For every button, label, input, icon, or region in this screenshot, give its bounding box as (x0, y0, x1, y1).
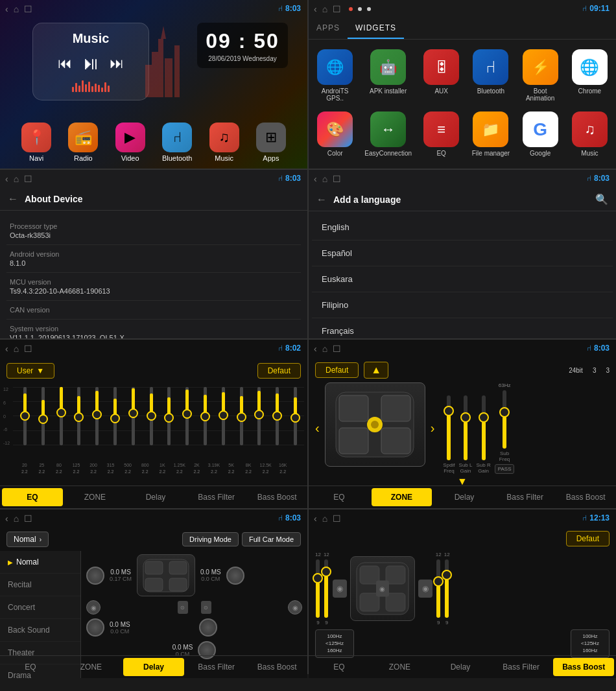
eq-thumb-8[interactable] (147, 411, 156, 421)
nav-bluetooth[interactable]: ⑁ Bluetooth (162, 123, 192, 162)
panel4-home[interactable]: ⌂ (322, 174, 327, 184)
panel6-back[interactable]: ‹ (314, 344, 317, 354)
panel5-home[interactable]: ⌂ (14, 344, 19, 354)
eq-thumb-6[interactable] (110, 414, 120, 423)
panel1-square[interactable]: ☐ (24, 4, 32, 14)
panel3-back[interactable]: ‹ (5, 174, 8, 184)
bass-tab-bass-boost[interactable]: Bass Boost (553, 658, 614, 676)
delay-knob-rl[interactable] (86, 618, 104, 637)
lang-francais[interactable]: Français (312, 318, 613, 338)
bass-vslider-l2[interactable]: 12 9 (324, 552, 329, 626)
nav-radio[interactable]: 📻 Radio (68, 123, 98, 162)
zone-prev-icon[interactable]: ‹ (315, 421, 320, 436)
nav-apps[interactable]: ⊞ Apps (256, 123, 286, 162)
zone-left-arrow[interactable]: ‹ (315, 382, 320, 474)
bass-vslider-l1[interactable]: 12 9 (315, 552, 321, 626)
panel6-home[interactable]: ⌂ (322, 344, 327, 354)
lang-filipino[interactable]: Filipino (312, 292, 613, 318)
panel8-back[interactable]: ‹ (314, 513, 317, 524)
app-easy[interactable]: ↔ EasyConnection (361, 108, 415, 160)
zone-slider-subfreq[interactable]: 63Hz SubFreq PASS (495, 382, 515, 474)
panel4-square[interactable]: ☐ (333, 174, 341, 184)
panel5-square[interactable]: ☐ (24, 344, 32, 354)
music-prev-btn[interactable]: ⏮ (58, 55, 72, 72)
app-google[interactable]: G Google (517, 108, 563, 160)
zone-tab-bass-filter[interactable]: Bass Filter (495, 486, 556, 508)
panel1-home[interactable]: ⌂ (14, 4, 19, 14)
option-concert[interactable]: Concert (0, 596, 80, 619)
app-boot[interactable]: ⚡ Boot Animation (517, 46, 563, 105)
zone-tab-delay[interactable]: Delay (434, 486, 495, 508)
music-play-btn[interactable]: ⏯ (82, 53, 100, 74)
delay-tab-eq[interactable]: EQ (0, 656, 61, 678)
nav-music[interactable]: ♫ Music (209, 123, 239, 162)
bass-default-btn[interactable]: Defaut (566, 531, 610, 546)
app-file[interactable]: 📁 File manager (468, 108, 514, 160)
delay-tab-delay[interactable]: Delay (123, 658, 184, 676)
nav-navi[interactable]: 📍 Navi (21, 123, 51, 162)
tab-widgets[interactable]: WIDGETS (348, 18, 404, 39)
lang-espanol[interactable]: Español (312, 240, 613, 266)
music-next-btn[interactable]: ⏭ (110, 55, 124, 72)
tab-bass-boost[interactable]: Bass Boost (246, 486, 307, 508)
option-backsound[interactable]: Back Sound (0, 619, 80, 642)
panel2-square[interactable]: ☐ (333, 4, 341, 14)
panel7-back[interactable]: ‹ (5, 513, 8, 524)
panel7-home[interactable]: ⌂ (14, 513, 19, 524)
nav-video[interactable]: ▶ Video (115, 123, 145, 162)
bsr2-track[interactable] (445, 559, 449, 618)
full-car-mode-btn[interactable]: Full Car Mode (242, 532, 301, 546)
eq-thumb-16[interactable] (290, 413, 300, 423)
eq-default-btn[interactable]: Defaut (257, 363, 301, 379)
subl-thumb[interactable] (460, 412, 471, 423)
tab-apps[interactable]: APPS (309, 18, 348, 39)
zone-slider-spdif[interactable]: SpdifFreq (443, 395, 455, 474)
panel4-back[interactable]: ‹ (314, 174, 317, 184)
app-chrome[interactable]: 🌐 Chrome (567, 46, 613, 105)
app-aux[interactable]: 🎛 AUX (418, 46, 464, 105)
bsl1-track[interactable] (316, 559, 320, 618)
panel3-square[interactable]: ☐ (24, 174, 32, 184)
delay-knob-rr[interactable] (199, 618, 217, 637)
panel2-back[interactable]: ‹ (314, 4, 317, 14)
app-color[interactable]: 🎨 Color (312, 108, 358, 160)
option-recital[interactable]: Recital (0, 574, 80, 596)
subl-track[interactable] (464, 395, 468, 460)
zone-next-icon[interactable]: › (431, 421, 435, 436)
driving-mode-btn[interactable]: Driving Mode (182, 532, 239, 546)
bass-tab-eq[interactable]: EQ (309, 656, 370, 678)
tab-delay[interactable]: Delay (125, 486, 186, 508)
bass-vslider-r1[interactable]: 12 9 (436, 552, 442, 626)
delay-tab-zone[interactable]: ZONE (61, 656, 122, 678)
panel3-home[interactable]: ⌂ (14, 174, 19, 184)
panel7-square[interactable]: ☐ (24, 513, 32, 524)
zone-slider-subr[interactable]: Sub RGain (476, 395, 490, 474)
about-back[interactable]: ← (8, 193, 18, 205)
delay-preset-btn[interactable]: Nomal › (6, 532, 49, 547)
zone-tab-zone[interactable]: ZONE (372, 488, 432, 506)
lang-euskara[interactable]: Euskara (312, 266, 613, 292)
bass-tab-delay[interactable]: Delay (430, 656, 491, 678)
spdif-track[interactable] (447, 395, 451, 460)
zone-slider-subl[interactable]: Sub LGain (459, 395, 473, 474)
delay-knob-fr[interactable] (226, 567, 244, 585)
option-nomal[interactable]: ▶ Nomal (0, 551, 80, 574)
delay-tab-bass-filter[interactable]: Bass Filter (186, 656, 247, 678)
zone-tab-eq[interactable]: EQ (309, 486, 370, 508)
subfreq-thumb[interactable] (499, 407, 510, 417)
eq-thumb-2[interactable] (38, 414, 48, 424)
eq-thumb-1[interactable] (20, 411, 30, 421)
panel5-back[interactable]: ‹ (5, 344, 8, 354)
bsr2-thumb[interactable] (442, 570, 452, 580)
app-gps[interactable]: 🌐 AndroiTS GPS.. (312, 46, 358, 105)
panel6-square[interactable]: ☐ (333, 344, 341, 354)
app-apk[interactable]: 🤖 APK installer (361, 46, 415, 105)
app-bluetooth[interactable]: ⑁ Bluetooth (468, 46, 514, 105)
lang-back[interactable]: ← (316, 194, 327, 205)
bsl2-thumb[interactable] (321, 567, 331, 577)
lang-english[interactable]: English (312, 215, 613, 240)
spdif-thumb[interactable] (444, 406, 454, 416)
bsr1-track[interactable] (436, 559, 440, 618)
bass-tab-zone[interactable]: ZONE (370, 656, 431, 678)
zone-tab-bass-boost[interactable]: Bass Boost (555, 486, 616, 508)
